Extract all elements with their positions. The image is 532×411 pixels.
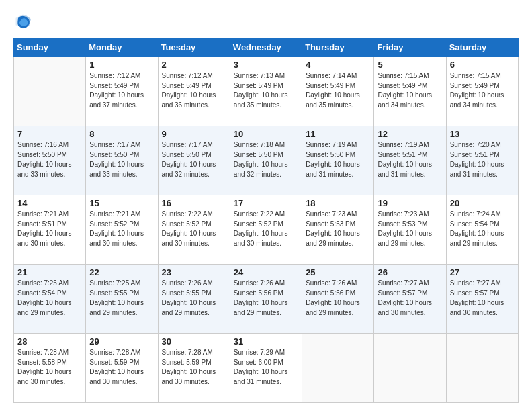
day-number: 5	[378, 60, 442, 70]
day-number: 1	[89, 60, 154, 70]
calendar-cell	[302, 334, 374, 403]
day-info: Sunrise: 7:26 AMSunset: 5:55 PMDaylight:…	[162, 279, 226, 318]
day-info: Sunrise: 7:14 AMSunset: 5:49 PMDaylight:…	[306, 71, 370, 110]
calendar-cell: 16Sunrise: 7:22 AMSunset: 5:52 PMDayligh…	[158, 195, 230, 265]
day-info: Sunrise: 7:24 AMSunset: 5:54 PMDaylight:…	[450, 210, 515, 248]
calendar-cell: 13Sunrise: 7:20 AMSunset: 5:51 PMDayligh…	[446, 126, 518, 195]
calendar-header-saturday: Saturday	[446, 38, 518, 57]
day-number: 7	[17, 129, 82, 139]
day-number: 30	[162, 336, 226, 347]
calendar-cell: 26Sunrise: 7:27 AMSunset: 5:57 PMDayligh…	[374, 265, 446, 334]
day-number: 16	[162, 198, 226, 208]
calendar-week-row: 21Sunrise: 7:25 AMSunset: 5:54 PMDayligh…	[14, 265, 519, 334]
calendar-cell: 17Sunrise: 7:22 AMSunset: 5:52 PMDayligh…	[230, 195, 302, 265]
logo-icon	[13, 12, 32, 31]
day-number: 13	[450, 129, 515, 139]
day-info: Sunrise: 7:22 AMSunset: 5:52 PMDaylight:…	[162, 210, 226, 248]
calendar-cell	[446, 334, 518, 403]
day-number: 8	[89, 129, 154, 139]
day-number: 11	[306, 129, 370, 139]
calendar-cell: 14Sunrise: 7:21 AMSunset: 5:51 PMDayligh…	[14, 195, 86, 265]
calendar-cell: 10Sunrise: 7:18 AMSunset: 5:50 PMDayligh…	[230, 126, 302, 195]
day-number: 6	[450, 60, 515, 70]
calendar-week-row: 28Sunrise: 7:28 AMSunset: 5:58 PMDayligh…	[14, 334, 519, 403]
calendar-cell: 30Sunrise: 7:28 AMSunset: 5:59 PMDayligh…	[158, 334, 230, 403]
calendar-cell: 24Sunrise: 7:26 AMSunset: 5:56 PMDayligh…	[230, 265, 302, 334]
day-info: Sunrise: 7:20 AMSunset: 5:51 PMDaylight:…	[450, 140, 515, 179]
calendar-header-tuesday: Tuesday	[158, 38, 230, 57]
day-number: 9	[162, 129, 226, 139]
calendar-cell: 12Sunrise: 7:19 AMSunset: 5:51 PMDayligh…	[374, 126, 446, 195]
day-info: Sunrise: 7:17 AMSunset: 5:50 PMDaylight:…	[89, 140, 154, 179]
day-number: 21	[17, 267, 82, 277]
logo	[13, 12, 35, 31]
calendar-cell: 11Sunrise: 7:19 AMSunset: 5:50 PMDayligh…	[302, 126, 374, 195]
day-info: Sunrise: 7:21 AMSunset: 5:52 PMDaylight:…	[89, 210, 154, 248]
calendar-cell: 9Sunrise: 7:17 AMSunset: 5:50 PMDaylight…	[158, 126, 230, 195]
calendar-cell: 4Sunrise: 7:14 AMSunset: 5:49 PMDaylight…	[302, 57, 374, 126]
calendar-header-thursday: Thursday	[302, 38, 374, 57]
calendar-cell: 5Sunrise: 7:15 AMSunset: 5:49 PMDaylight…	[374, 57, 446, 126]
calendar-cell: 7Sunrise: 7:16 AMSunset: 5:50 PMDaylight…	[14, 126, 86, 195]
day-number: 4	[306, 60, 370, 70]
day-number: 31	[234, 336, 298, 347]
calendar-cell: 28Sunrise: 7:28 AMSunset: 5:58 PMDayligh…	[14, 334, 86, 403]
day-number: 10	[234, 129, 298, 139]
day-info: Sunrise: 7:29 AMSunset: 6:00 PMDaylight:…	[234, 348, 298, 387]
calendar-cell: 21Sunrise: 7:25 AMSunset: 5:54 PMDayligh…	[14, 265, 86, 334]
day-info: Sunrise: 7:15 AMSunset: 5:49 PMDaylight:…	[450, 71, 515, 110]
day-info: Sunrise: 7:25 AMSunset: 5:55 PMDaylight:…	[89, 279, 154, 318]
day-number: 15	[89, 198, 154, 208]
day-info: Sunrise: 7:15 AMSunset: 5:49 PMDaylight:…	[378, 71, 442, 110]
day-number: 23	[162, 267, 226, 277]
calendar-cell: 19Sunrise: 7:23 AMSunset: 5:53 PMDayligh…	[374, 195, 446, 265]
calendar-header-friday: Friday	[374, 38, 446, 57]
calendar-header-sunday: Sunday	[14, 38, 86, 57]
calendar-week-row: 1Sunrise: 7:12 AMSunset: 5:49 PMDaylight…	[14, 57, 519, 126]
day-info: Sunrise: 7:16 AMSunset: 5:50 PMDaylight:…	[17, 140, 82, 179]
calendar-cell	[14, 57, 86, 126]
calendar-cell: 23Sunrise: 7:26 AMSunset: 5:55 PMDayligh…	[158, 265, 230, 334]
calendar-cell: 15Sunrise: 7:21 AMSunset: 5:52 PMDayligh…	[86, 195, 158, 265]
day-number: 29	[89, 336, 154, 347]
day-info: Sunrise: 7:26 AMSunset: 5:56 PMDaylight:…	[306, 279, 370, 318]
day-number: 25	[306, 267, 370, 277]
day-info: Sunrise: 7:22 AMSunset: 5:52 PMDaylight:…	[234, 210, 298, 248]
day-number: 26	[378, 267, 442, 277]
day-number: 19	[378, 198, 442, 208]
calendar-cell: 31Sunrise: 7:29 AMSunset: 6:00 PMDayligh…	[230, 334, 302, 403]
calendar-cell: 27Sunrise: 7:27 AMSunset: 5:57 PMDayligh…	[446, 265, 518, 334]
day-info: Sunrise: 7:23 AMSunset: 5:53 PMDaylight:…	[306, 210, 370, 248]
day-info: Sunrise: 7:25 AMSunset: 5:54 PMDaylight:…	[17, 279, 82, 318]
day-info: Sunrise: 7:21 AMSunset: 5:51 PMDaylight:…	[17, 210, 82, 248]
calendar-cell: 25Sunrise: 7:26 AMSunset: 5:56 PMDayligh…	[302, 265, 374, 334]
calendar-cell: 2Sunrise: 7:12 AMSunset: 5:49 PMDaylight…	[158, 57, 230, 126]
day-number: 2	[162, 60, 226, 70]
calendar-header-wednesday: Wednesday	[230, 38, 302, 57]
page: SundayMondayTuesdayWednesdayThursdayFrid…	[0, 0, 532, 411]
day-info: Sunrise: 7:26 AMSunset: 5:56 PMDaylight:…	[234, 279, 298, 318]
calendar-cell: 29Sunrise: 7:28 AMSunset: 5:59 PMDayligh…	[86, 334, 158, 403]
calendar-week-row: 14Sunrise: 7:21 AMSunset: 5:51 PMDayligh…	[14, 195, 519, 265]
day-info: Sunrise: 7:19 AMSunset: 5:50 PMDaylight:…	[306, 140, 370, 179]
day-number: 24	[234, 267, 298, 277]
calendar-cell: 18Sunrise: 7:23 AMSunset: 5:53 PMDayligh…	[302, 195, 374, 265]
day-number: 17	[234, 198, 298, 208]
calendar-header-monday: Monday	[86, 38, 158, 57]
day-info: Sunrise: 7:23 AMSunset: 5:53 PMDaylight:…	[378, 210, 442, 248]
calendar-header-row: SundayMondayTuesdayWednesdayThursdayFrid…	[14, 38, 519, 57]
day-info: Sunrise: 7:27 AMSunset: 5:57 PMDaylight:…	[450, 279, 515, 318]
header	[13, 12, 519, 31]
day-info: Sunrise: 7:18 AMSunset: 5:50 PMDaylight:…	[234, 140, 298, 179]
day-number: 20	[450, 198, 515, 208]
calendar-cell: 8Sunrise: 7:17 AMSunset: 5:50 PMDaylight…	[86, 126, 158, 195]
day-info: Sunrise: 7:27 AMSunset: 5:57 PMDaylight:…	[378, 279, 442, 318]
day-info: Sunrise: 7:12 AMSunset: 5:49 PMDaylight:…	[89, 71, 154, 110]
day-number: 28	[17, 336, 82, 347]
day-info: Sunrise: 7:13 AMSunset: 5:49 PMDaylight:…	[234, 71, 298, 110]
day-number: 14	[17, 198, 82, 208]
day-number: 22	[89, 267, 154, 277]
calendar-cell: 3Sunrise: 7:13 AMSunset: 5:49 PMDaylight…	[230, 57, 302, 126]
calendar-table: SundayMondayTuesdayWednesdayThursdayFrid…	[13, 38, 519, 403]
day-number: 18	[306, 198, 370, 208]
